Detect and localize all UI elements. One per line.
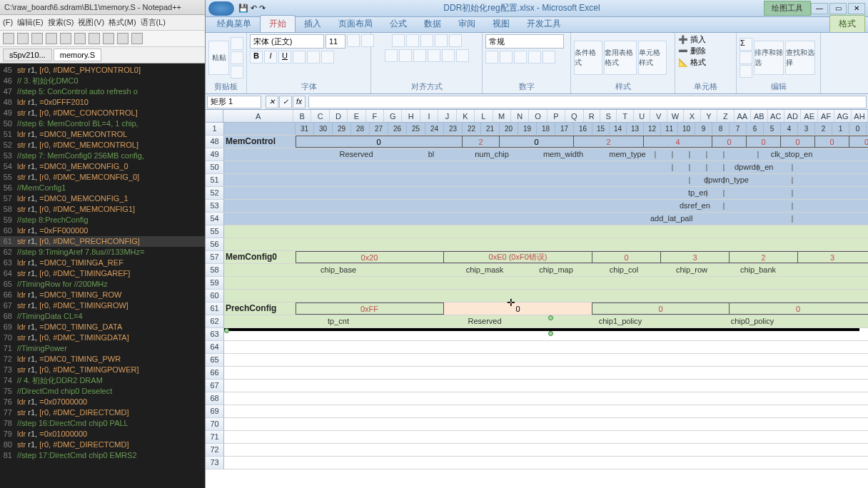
paste-button[interactable]: 粘贴 bbox=[208, 41, 229, 75]
col-header[interactable]: O bbox=[529, 110, 547, 122]
row-header[interactable]: 59 bbox=[206, 277, 224, 290]
align-top-icon[interactable] bbox=[392, 34, 405, 47]
col-header[interactable]: AF bbox=[818, 110, 834, 122]
row-header[interactable]: 70 bbox=[206, 418, 224, 431]
code-editor[interactable]: 45str r1, [r0, #DMC_PHYCONTROL0]46// 3. … bbox=[0, 63, 205, 488]
code-line[interactable]: 48ldr r1, =0x0FFF2010 bbox=[0, 97, 205, 108]
italic-icon[interactable]: I bbox=[264, 51, 277, 63]
menu-item[interactable]: 视图(V) bbox=[78, 18, 104, 26]
fill-icon[interactable] bbox=[740, 51, 752, 64]
merge-icon[interactable] bbox=[456, 49, 469, 62]
npp-toolbar[interactable] bbox=[0, 31, 205, 47]
quick-access-toolbar[interactable]: 💾 ↶ ↷ bbox=[238, 4, 266, 13]
col-header[interactable]: T bbox=[617, 110, 633, 122]
redo-icon[interactable] bbox=[131, 33, 143, 44]
fill-color-icon[interactable] bbox=[307, 51, 320, 63]
insert-button[interactable]: ➕ 插入 bbox=[678, 34, 706, 45]
border-icon[interactable] bbox=[293, 51, 306, 63]
font-color-icon[interactable] bbox=[321, 51, 334, 63]
col-header[interactable]: V bbox=[650, 110, 667, 122]
col-header[interactable]: F bbox=[366, 110, 384, 122]
col-header[interactable]: AG bbox=[834, 110, 851, 122]
col-header[interactable]: Z bbox=[717, 110, 734, 122]
align-center-icon[interactable] bbox=[399, 49, 412, 62]
col-header[interactable]: B bbox=[293, 110, 311, 122]
orient-icon[interactable] bbox=[435, 34, 448, 47]
code-line[interactable]: 61str r1, [r0, #DMC_PRECHCONFIG] bbox=[0, 236, 205, 247]
delete-button[interactable]: ➖ 删除 bbox=[678, 46, 706, 56]
col-header[interactable]: N bbox=[511, 110, 529, 122]
row-header[interactable]: 72 bbox=[206, 444, 224, 457]
drawing-tools-tab[interactable]: 绘图工具 bbox=[764, 1, 811, 16]
col-header[interactable]: AB bbox=[751, 110, 767, 122]
row-header[interactable]: 62 bbox=[206, 315, 224, 328]
code-line[interactable]: 50//step 6: MemControl BL=4, 1 chip, bbox=[0, 118, 205, 129]
row-header[interactable]: 65 bbox=[206, 354, 224, 367]
row-header[interactable]: 52 bbox=[206, 187, 224, 200]
tab-s5pv210[interactable]: s5pv210... bbox=[3, 49, 52, 61]
autosum-icon[interactable]: Σ bbox=[740, 38, 752, 51]
row-header[interactable]: 60 bbox=[206, 290, 224, 303]
currency-icon[interactable] bbox=[485, 51, 498, 63]
code-line[interactable]: 45str r1, [r0, #DMC_PHYCONTROL0] bbox=[0, 65, 205, 76]
menu-item[interactable]: (F) bbox=[3, 18, 13, 26]
new-icon[interactable] bbox=[3, 33, 14, 44]
save-icon[interactable]: 💾 bbox=[238, 4, 248, 13]
maximize-button[interactable]: ▭ bbox=[829, 3, 847, 14]
col-header[interactable]: AH bbox=[852, 110, 868, 122]
code-line[interactable]: 73str r1, [r0, #DMC_TIMINGPOWER] bbox=[0, 365, 205, 375]
code-line[interactable]: 52str r1, [r0, #DMC_MEMCONTROL] bbox=[0, 140, 205, 151]
col-header[interactable]: R bbox=[584, 110, 600, 122]
percent-icon[interactable] bbox=[500, 51, 513, 63]
row-header[interactable]: 63 bbox=[206, 328, 224, 341]
code-line[interactable]: 69ldr r1, =DMC0_TIMING_DATA bbox=[0, 322, 205, 332]
row-header[interactable]: 48 bbox=[206, 136, 224, 148]
code-line[interactable]: 79ldr r1, =0x01000000 bbox=[0, 429, 205, 439]
dec-dec-icon[interactable] bbox=[542, 51, 555, 63]
indent-inc-icon[interactable] bbox=[442, 49, 455, 62]
accept-fx-icon[interactable]: ✓ bbox=[279, 96, 292, 108]
col-header[interactable]: A bbox=[223, 110, 293, 122]
col-header[interactable]: Y bbox=[701, 110, 717, 122]
resize-handle[interactable] bbox=[224, 328, 229, 333]
col-header[interactable]: M bbox=[493, 110, 511, 122]
code-line[interactable]: 71//TimingPower bbox=[0, 343, 205, 354]
cond-fmt-button[interactable]: 条件格式 bbox=[574, 41, 602, 75]
ribbon-tab[interactable]: 插入 bbox=[296, 16, 330, 32]
table-fmt-button[interactable]: 套用表格格式 bbox=[604, 41, 637, 75]
close-button[interactable]: ✕ bbox=[848, 3, 865, 14]
col-header[interactable]: AC bbox=[768, 110, 784, 122]
code-line[interactable]: 72ldr r1, =DMC0_TIMING_PWR bbox=[0, 354, 205, 365]
cut-icon[interactable] bbox=[74, 33, 86, 44]
align-mid-icon[interactable] bbox=[406, 34, 419, 47]
code-line[interactable]: 75//DirectCmd chip0 Deselect bbox=[0, 386, 205, 397]
col-header[interactable]: H bbox=[402, 110, 420, 122]
row-header[interactable]: 56 bbox=[206, 238, 224, 251]
col-header[interactable]: P bbox=[547, 110, 565, 122]
column-headers[interactable]: ABCDEFGHIJKLMNOPQRSTUVWXYZAAABACADAEAFAG… bbox=[206, 110, 868, 123]
row-header[interactable]: 66 bbox=[206, 367, 224, 380]
row-header[interactable]: 51 bbox=[206, 174, 224, 187]
number-format-select[interactable] bbox=[485, 34, 564, 49]
clear-icon[interactable] bbox=[740, 65, 752, 78]
code-line[interactable]: 65//TimingRow for //200MHz bbox=[0, 279, 205, 290]
col-header[interactable]: W bbox=[667, 110, 684, 122]
code-line[interactable]: 64str r1, [r0, #DMC_TIMINGAREF] bbox=[0, 268, 205, 279]
code-line[interactable]: 46// 3. 初始化DMC0 bbox=[0, 76, 205, 86]
worksheet-grid[interactable]: ABCDEFGHIJKLMNOPQRSTUVWXYZAAABACADAEAFAG… bbox=[206, 110, 868, 488]
select-all-corner[interactable] bbox=[206, 110, 223, 122]
code-line[interactable]: 57ldr r1, =DMC0_MEMCONFIG_1 bbox=[0, 193, 205, 204]
row-header[interactable]: 57 bbox=[206, 251, 224, 264]
row-header[interactable]: 54 bbox=[206, 213, 224, 225]
col-header[interactable]: K bbox=[457, 110, 475, 122]
copy-icon[interactable] bbox=[89, 33, 100, 44]
undo-icon[interactable]: ↶ bbox=[251, 4, 257, 13]
code-line[interactable]: 66ldr r1, =DMC0_TIMING_ROW bbox=[0, 290, 205, 300]
resize-handle[interactable] bbox=[548, 331, 553, 336]
menu-item[interactable]: 编辑(E) bbox=[17, 18, 44, 26]
name-box[interactable]: 矩形 1 bbox=[207, 96, 261, 108]
ribbon-tab[interactable]: 公式 bbox=[381, 16, 415, 32]
row-header[interactable]: 64 bbox=[206, 341, 224, 354]
row-header[interactable]: 71 bbox=[206, 431, 224, 444]
col-header[interactable]: E bbox=[348, 110, 365, 122]
